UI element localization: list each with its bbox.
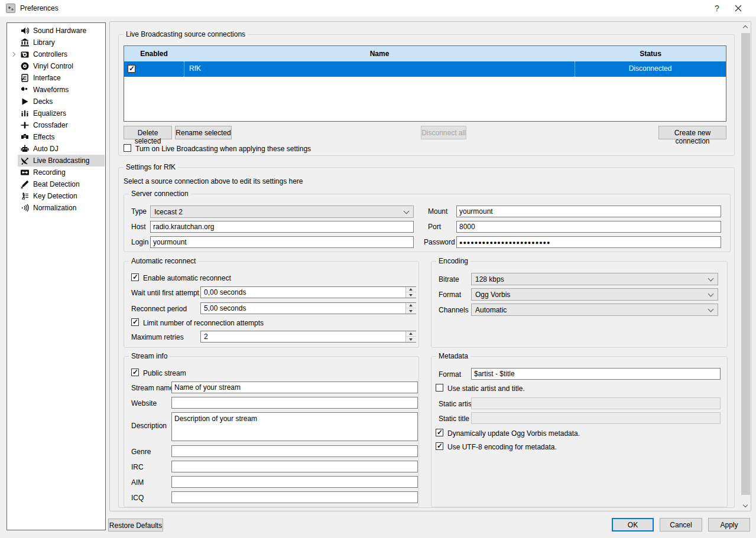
sidebar-item-crossfader[interactable]: Crossfader: [7, 119, 105, 131]
sidebar-item-live-broadcasting[interactable]: Live Broadcasting: [7, 155, 105, 167]
sidebar-item-effects[interactable]: Effects: [7, 131, 105, 143]
metadata-format-input[interactable]: [471, 368, 721, 380]
aim-input[interactable]: [171, 476, 418, 488]
type-combobox[interactable]: Icecast 2: [150, 206, 414, 218]
chevron-down-icon: [404, 208, 410, 214]
cancel-button[interactable]: Cancel: [660, 518, 702, 532]
connection-enabled-checkbox[interactable]: [128, 65, 135, 73]
sidebar-item-key-detection[interactable]: Key Detection: [7, 190, 105, 202]
host-label: Host: [131, 223, 146, 231]
use-static-artist-title-checkbox[interactable]: [436, 384, 443, 392]
vinyl-icon: [20, 61, 30, 71]
preferences-window: Preferences ? Sound Hardware Library Con…: [0, 0, 756, 538]
controller-icon: [20, 50, 30, 59]
mount-input[interactable]: [456, 206, 721, 217]
website-input[interactable]: [171, 397, 418, 409]
port-input[interactable]: [456, 221, 721, 233]
spin-buttons[interactable]: [405, 303, 416, 314]
sidebar-item-auto-dj[interactable]: Auto DJ: [7, 143, 105, 155]
channels-label: Channels: [439, 306, 469, 314]
bitrate-label: Bitrate: [439, 275, 459, 283]
icq-input[interactable]: [171, 491, 418, 503]
create-new-connection-button[interactable]: Create new connection: [658, 126, 726, 139]
scrollbar-down-button[interactable]: [741, 501, 751, 511]
cassette-icon: [20, 168, 30, 177]
delete-selected-button[interactable]: Delete selected: [124, 126, 172, 139]
connection-status-cell: Disconnected: [575, 61, 725, 77]
password-label: Password: [424, 238, 455, 246]
encoding-group-label: Encoding: [436, 257, 471, 265]
library-icon: [20, 38, 30, 47]
dynamically-update-metadata-checkbox[interactable]: [436, 429, 443, 436]
app-icon: [6, 4, 15, 13]
enable-automatic-reconnect-checkbox[interactable]: [131, 273, 139, 281]
genre-input[interactable]: [171, 445, 418, 457]
irc-input[interactable]: [171, 461, 418, 472]
disconnect-all-button: Disconnect all: [421, 126, 466, 139]
wait-until-first-attempt-spinbox[interactable]: 0,00 seconds: [200, 286, 416, 298]
login-label: Login: [131, 238, 148, 246]
sidebar-item-normalization[interactable]: Normalization: [7, 202, 105, 214]
spin-buttons[interactable]: [405, 331, 416, 342]
reconnect-period-spinbox[interactable]: 5,00 seconds: [200, 302, 416, 314]
login-input[interactable]: [150, 236, 414, 248]
ok-button[interactable]: OK: [612, 518, 654, 532]
format-combobox[interactable]: Ogg Vorbis: [471, 288, 718, 301]
automatic-reconnect-group: Automatic reconnect Enable automatic rec…: [124, 261, 419, 348]
sidebar-item-decks[interactable]: Decks: [7, 96, 105, 107]
sidebar-item-waveforms[interactable]: Waveforms: [7, 84, 105, 96]
source-connections-group-label: Live Broadcasting source connections: [124, 30, 248, 38]
column-header-enabled[interactable]: Enabled: [124, 46, 184, 61]
host-input[interactable]: [150, 221, 414, 233]
column-header-name[interactable]: Name: [184, 46, 575, 61]
sidebar-item-interface[interactable]: Interface: [7, 72, 105, 84]
robot-icon: [20, 144, 30, 154]
connections-table: Enabled Name Status RfK Disconnected: [124, 45, 726, 122]
channels-combobox[interactable]: Automatic: [471, 304, 718, 316]
static-title-label: Static title: [439, 415, 469, 423]
sidebar-item-beat-detection[interactable]: Beat Detection: [7, 178, 105, 190]
sidebar-item-sound-hardware[interactable]: Sound Hardware: [7, 25, 105, 37]
scrollbar-up-button[interactable]: [741, 22, 751, 32]
maximum-retries-spinbox[interactable]: 2: [200, 331, 416, 343]
sidebar-item-controllers[interactable]: Controllers: [7, 48, 105, 60]
stream-name-label: Stream name: [131, 384, 174, 392]
settings-for-connection-group: Settings for RfK Select a source connect…: [118, 167, 735, 508]
sidebar-item-recording[interactable]: Recording: [7, 167, 105, 178]
description-textarea[interactable]: Description of your stream: [171, 412, 418, 441]
turn-on-broadcasting-checkbox[interactable]: [124, 144, 131, 152]
scroll-down-icon: [743, 503, 748, 507]
enable-automatic-reconnect-label: Enable automatic reconnect: [143, 274, 231, 282]
aim-label: AIM: [131, 478, 144, 487]
password-input[interactable]: [456, 236, 721, 248]
static-artist-input: [471, 397, 721, 409]
scroll-up-icon: [743, 25, 748, 30]
close-button[interactable]: [725, 0, 751, 17]
stream-info-group-label: Stream info: [129, 352, 170, 360]
connection-row[interactable]: RfK Disconnected: [124, 61, 726, 77]
sidebar-item-library[interactable]: Library: [7, 37, 105, 48]
limit-reconnection-attempts-checkbox[interactable]: [131, 318, 139, 326]
column-header-status[interactable]: Status: [575, 46, 726, 61]
rename-selected-button[interactable]: Rename selected: [175, 126, 232, 139]
connections-table-header: Enabled Name Status: [124, 46, 726, 61]
sidebar-item-vinyl-control[interactable]: Vinyl Control: [7, 60, 105, 72]
apply-button[interactable]: Apply: [708, 518, 750, 532]
genre-label: Genre: [131, 448, 151, 456]
scrollbar-thumb[interactable]: [741, 33, 750, 495]
metadata-group-label: Metadata: [436, 352, 471, 360]
enabled-cell: [124, 61, 184, 77]
automatic-reconnect-group-label: Automatic reconnect: [129, 257, 198, 265]
sidebar-item-equalizers[interactable]: Equalizers: [7, 107, 105, 119]
spin-buttons[interactable]: [405, 287, 416, 298]
utf8-metadata-checkbox[interactable]: [436, 442, 443, 450]
restore-defaults-button[interactable]: Restore Defaults: [108, 519, 163, 532]
public-stream-checkbox[interactable]: [131, 369, 139, 376]
stream-name-input[interactable]: [171, 382, 418, 393]
bitrate-combobox[interactable]: 128 kbps: [471, 273, 718, 285]
chevron-down-icon: [708, 307, 714, 312]
wait-until-first-attempt-label: Wait until first attempt: [131, 289, 199, 297]
vertical-scrollbar[interactable]: [741, 22, 751, 511]
close-icon: [735, 5, 742, 12]
settings-hint-text: Select a source connection above to edit…: [124, 177, 303, 185]
